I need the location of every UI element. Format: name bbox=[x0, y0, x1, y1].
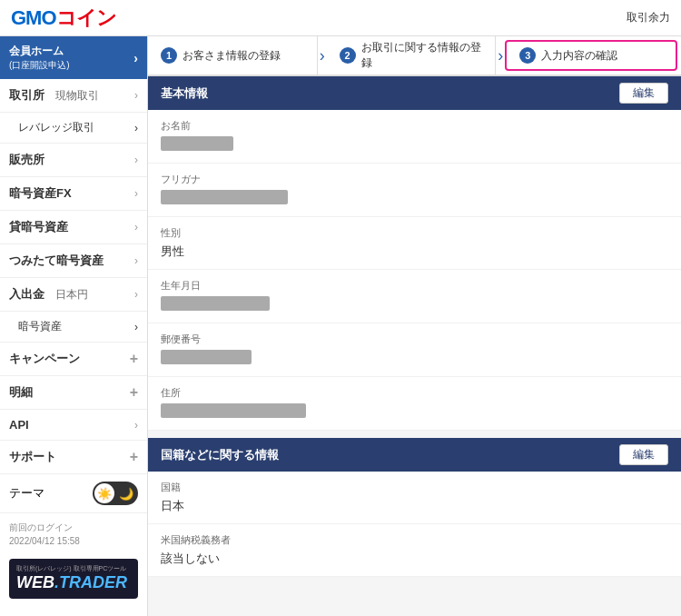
sidebar-item-tsumitate[interactable]: つみたて暗号資産 › bbox=[0, 244, 147, 278]
step-1-label: お客さま情報の登録 bbox=[183, 48, 281, 64]
furigana-label: フリガナ bbox=[161, 173, 668, 186]
step-2-label: お取引に関する情報の登録 bbox=[361, 40, 483, 71]
chevron-right-icon: › bbox=[134, 321, 138, 333]
chevron-right-icon: › bbox=[134, 89, 138, 102]
sidebar-label-kashikashi: 貸暗号資産 bbox=[9, 219, 68, 235]
main-content: 1 お客さま情報の登録 › 2 お取引に関する情報の登録 › 3 入力内容の確認… bbox=[148, 36, 681, 616]
furigana-value bbox=[161, 190, 668, 207]
chevron-right-icon: › bbox=[134, 419, 138, 432]
nationality-value: 日本 bbox=[161, 498, 668, 514]
nationality-info-title: 国籍などに関する情報 bbox=[161, 447, 279, 463]
sidebar: 会員ホーム (口座開設申込) › 取引所 現物取引 › レバレッジ取引 › 販売… bbox=[0, 36, 148, 616]
logo: GMOコイン bbox=[11, 5, 116, 32]
sidebar-label-tsumitate: つみたて暗号資産 bbox=[9, 253, 104, 269]
sidebar-label-leverage: レバレッジ取引 bbox=[18, 120, 94, 135]
plus-icon: + bbox=[130, 351, 138, 367]
web-trader-text: 取引所(レバレッジ) 取引専用PCツール WEB . TRADER bbox=[16, 564, 127, 593]
basic-info-edit-button[interactable]: 編集 bbox=[619, 83, 668, 104]
web-trader-button[interactable]: 取引所(レバレッジ) 取引専用PCツール WEB . TRADER bbox=[9, 559, 138, 599]
chevron-right-icon: › bbox=[134, 122, 138, 134]
basic-info-title: 基本情報 bbox=[161, 85, 208, 102]
sidebar-item-hanbaisho[interactable]: 販売所 › bbox=[0, 144, 147, 177]
sidebar-item-campaign[interactable]: キャンペーン + bbox=[0, 343, 147, 376]
theme-light-button[interactable]: ☀️ bbox=[94, 483, 114, 503]
form-row-postal: 郵便番号 bbox=[148, 323, 681, 377]
sidebar-item-torihikijo[interactable]: 取引所 現物取引 › bbox=[0, 79, 147, 113]
step-arrow-1: › bbox=[318, 36, 327, 75]
sidebar-sublabel-torihikijo: 現物取引 bbox=[55, 89, 99, 102]
form-row-address: 住所 bbox=[148, 377, 681, 431]
postal-redacted bbox=[161, 350, 252, 364]
login-date: 2022/04/12 15:58 bbox=[9, 534, 138, 548]
birthdate-redacted bbox=[161, 296, 270, 311]
sidebar-label-campaign: キャンペーン bbox=[9, 351, 80, 367]
member-home-label: 会員ホーム bbox=[9, 44, 70, 59]
logo-coin: コイン bbox=[56, 6, 116, 29]
basic-info-header: 基本情報 編集 bbox=[148, 76, 681, 110]
address-redacted bbox=[161, 403, 306, 418]
sidebar-item-leverage[interactable]: レバレッジ取引 › bbox=[0, 113, 147, 144]
furigana-redacted bbox=[161, 190, 288, 204]
sidebar-label-meisai: 明細 bbox=[9, 384, 33, 401]
sidebar-item-support[interactable]: サポート + bbox=[0, 441, 147, 474]
nationality-label: 国籍 bbox=[161, 481, 668, 494]
birthdate-label: 生年月日 bbox=[161, 279, 668, 293]
web-trader-wb: WEB bbox=[16, 572, 54, 593]
sidebar-label-torihikijo: 取引所 bbox=[9, 88, 44, 102]
step-1: 1 お客さま情報の登録 bbox=[148, 36, 318, 75]
name-redacted bbox=[161, 136, 233, 151]
chevron-right-icon: › bbox=[134, 154, 138, 166]
chevron-right-icon: › bbox=[134, 221, 138, 233]
sidebar-label-nyusshutsukin: 入出金 bbox=[9, 287, 44, 301]
sidebar-sublabel-nyusshutsukin: 日本円 bbox=[55, 288, 88, 301]
theme-toggle[interactable]: ☀️ 🌙 bbox=[93, 482, 138, 505]
main-layout: 会員ホーム (口座開設申込) › 取引所 現物取引 › レバレッジ取引 › 販売… bbox=[0, 36, 681, 616]
web-trader-subtitle: 取引所(レバレッジ) 取引専用PCツール bbox=[16, 564, 127, 572]
nationality-info-edit-button[interactable]: 編集 bbox=[619, 444, 668, 465]
theme-dark-button[interactable]: 🌙 bbox=[116, 483, 136, 503]
sidebar-login-info: 前回のログイン 2022/04/12 15:58 bbox=[0, 513, 147, 555]
step-3-label: 入力内容の確認 bbox=[541, 48, 617, 64]
postal-label: 郵便番号 bbox=[161, 333, 668, 346]
form-row-birthdate: 生年月日 bbox=[148, 270, 681, 323]
sidebar-item-theme: テーマ ☀️ 🌙 bbox=[0, 474, 147, 513]
birthdate-value bbox=[161, 296, 668, 313]
form-row-name: お名前 bbox=[148, 110, 681, 164]
logo-gmo: GMO bbox=[11, 6, 56, 29]
gender-value: 男性 bbox=[161, 243, 668, 260]
sidebar-label-cryptofx: 暗号資産FX bbox=[9, 185, 72, 202]
gender-label: 性別 bbox=[161, 226, 668, 240]
nationality-info-header: 国籍などに関する情報 編集 bbox=[148, 438, 681, 472]
sidebar-item-member-home[interactable]: 会員ホーム (口座開設申込) › bbox=[0, 36, 147, 79]
nationality-info-section: 国籍などに関する情報 編集 国籍 日本 米国納税義務者 該当しない bbox=[148, 438, 681, 577]
sidebar-item-meisai[interactable]: 明細 + bbox=[0, 376, 147, 410]
chevron-right-icon: › bbox=[134, 288, 138, 301]
plus-icon: + bbox=[130, 449, 138, 465]
step-2: 2 お取引に関する情報の登録 bbox=[327, 36, 497, 75]
form-row-nationality: 国籍 日本 bbox=[148, 472, 681, 524]
sidebar-label-hanbaisho: 販売所 bbox=[9, 152, 44, 168]
step-3: 3 入力内容の確認 bbox=[505, 40, 677, 71]
step-arrow-2: › bbox=[496, 36, 505, 75]
sidebar-item-cryptofx[interactable]: 暗号資産FX › bbox=[0, 177, 147, 211]
form-row-furigana: フリガナ bbox=[148, 164, 681, 217]
step-1-num: 1 bbox=[161, 47, 177, 64]
steps-bar: 1 お客さま情報の登録 › 2 お取引に関する情報の登録 › 3 入力内容の確認 bbox=[148, 36, 681, 76]
basic-info-section: 基本情報 編集 お名前 フリガナ 性別 男性 生年月日 bbox=[148, 76, 681, 431]
header: GMOコイン 取引余力 bbox=[0, 0, 681, 36]
step-2-num: 2 bbox=[340, 47, 356, 64]
chevron-right-icon: › bbox=[133, 51, 138, 65]
sidebar-item-api[interactable]: API › bbox=[0, 410, 147, 441]
address-value bbox=[161, 403, 668, 421]
sidebar-item-crypto-deposit[interactable]: 暗号資産 › bbox=[0, 312, 147, 343]
web-trader-wt: TRADER bbox=[59, 572, 127, 593]
name-value bbox=[161, 136, 668, 154]
login-info-label: 前回のログイン bbox=[9, 521, 138, 534]
sidebar-label-theme: テーマ bbox=[9, 485, 44, 502]
member-home-sub: (口座開設申込) bbox=[9, 59, 70, 72]
sidebar-item-kashikashi[interactable]: 貸暗号資産 › bbox=[0, 211, 147, 244]
form-row-gender: 性別 男性 bbox=[148, 217, 681, 270]
web-trader-brand: WEB . TRADER bbox=[16, 572, 127, 593]
sidebar-item-nyusshutsukin[interactable]: 入出金 日本円 › bbox=[0, 278, 147, 312]
sidebar-label-crypto-deposit: 暗号資産 bbox=[18, 319, 62, 334]
